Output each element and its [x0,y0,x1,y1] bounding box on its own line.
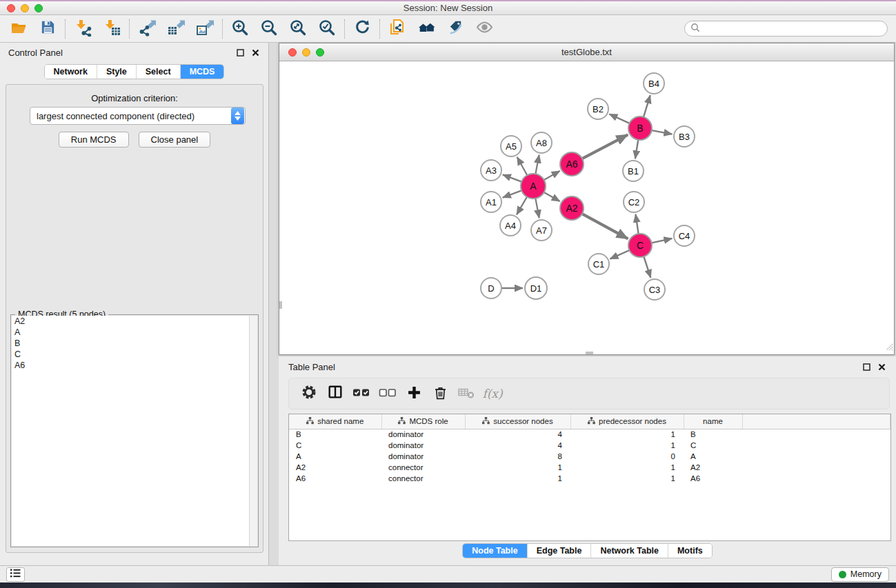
graph-node-A2[interactable]: A2 [559,196,584,221]
close-table-panel-icon[interactable] [877,363,886,372]
mcds-result-item[interactable]: A2 [12,316,249,327]
graph-edge-A-A5 [517,157,528,175]
criterion-dropdown[interactable]: largest connected component (directed) [30,107,246,125]
search-field[interactable] [684,21,888,37]
tab-style[interactable]: Style [97,65,136,79]
tab-node-table[interactable]: Node Table [463,544,526,558]
mcds-result-list: A2ABCA6 [12,316,249,546]
zoom-selected-button[interactable] [312,17,341,41]
column-header-predecessor-nodes[interactable]: predecessor nodes [570,414,684,429]
graph-node-B3[interactable]: B3 [673,125,695,148]
apply-layout-button[interactable] [348,17,377,41]
memory-status-icon [839,571,846,578]
float-table-panel-icon[interactable] [862,363,871,372]
graph-node-B4[interactable]: B4 [643,72,665,94]
graph-node-C3[interactable]: C3 [644,278,666,301]
table-header-row[interactable]: shared nameMCDS rolesuccessor nodesprede… [289,414,890,429]
graph-edge-B-B1 [635,140,638,159]
graph-node-D[interactable]: D [480,277,502,299]
graph-node-A3[interactable]: A3 [480,159,502,181]
home-button[interactable] [412,17,441,41]
run-mcds-button[interactable]: Run MCDS [59,132,129,148]
show-graphics-details-button[interactable] [470,17,499,41]
delete-column-button[interactable] [427,381,453,406]
graph-node-C1[interactable]: C1 [588,253,610,275]
show-column-button[interactable] [322,381,348,406]
graph-node-A5[interactable]: A5 [500,135,522,157]
refresh-icon [354,19,371,39]
export-table-button[interactable] [161,17,190,41]
toolbar-separator [222,19,223,39]
tab-motifs[interactable]: Motifs [668,544,712,558]
resize-grip-icon[interactable] [884,341,893,354]
tab-select[interactable]: Select [136,65,180,79]
gear-icon [301,384,317,403]
mcds-result-item[interactable]: C [12,349,249,360]
select-all-columns-button[interactable] [348,381,375,406]
mcds-result-box: MCDS result (5 nodes) A2ABCA6 [10,314,259,547]
graph-node-B1[interactable]: B1 [622,160,644,182]
import-table-button[interactable] [97,17,126,41]
mcds-result-item[interactable]: A [12,327,249,338]
clone-network-icon [388,19,406,39]
optimization-criterion-label: Optimization criterion: [6,93,263,103]
mcds-result-scrollbar[interactable] [249,316,257,546]
export-network-button[interactable] [132,17,161,41]
table-tab-group: Node Table Edge Table Network Table Moti… [462,543,713,558]
zoom-out-button[interactable] [255,17,283,41]
graph-node-B2[interactable]: B2 [587,98,609,120]
search-input[interactable] [704,24,882,34]
table-row[interactable]: Adominator80A [289,451,890,462]
tab-edge-table[interactable]: Edge Table [527,544,591,558]
graph-node-C2[interactable]: C2 [623,191,645,213]
create-column-button[interactable] [401,381,427,406]
graph-node-A6[interactable]: A6 [559,152,584,176]
save-session-button[interactable] [33,17,62,41]
zoom-in-button[interactable] [226,17,255,41]
network-window-titlebar[interactable]: testGlobe.txt [279,43,894,61]
table-row[interactable]: A2connector11A2 [289,462,890,473]
graph-node-A4[interactable]: A4 [499,214,521,236]
graph-node-B[interactable]: B [628,116,653,141]
home-icon [417,18,436,39]
zoom-fit-button[interactable] [283,17,312,41]
node-table: shared nameMCDS rolesuccessor nodesprede… [288,414,891,541]
column-header-successor-nodes[interactable]: successor nodes [465,414,570,429]
unselect-all-columns-button[interactable] [375,381,401,406]
graph-node-A1[interactable]: A1 [480,191,502,213]
graph-edge-A-A3 [503,174,521,181]
main-toolbar [0,15,896,43]
delete-table-button [453,381,479,406]
graph-node-C[interactable]: C [628,233,653,258]
table-row[interactable]: Bdominator41B [289,429,890,440]
graph-node-C4[interactable]: C4 [673,225,695,247]
close-panel-button[interactable]: Close panel [139,132,211,148]
memory-button[interactable]: Memory [831,567,889,582]
clone-network-button[interactable] [383,17,412,41]
graph-node-A[interactable]: A [520,173,546,199]
export-image-button[interactable] [190,17,219,41]
table-row[interactable]: Cdominator41C [289,440,890,451]
network-window-title: testGlobe.txt [279,47,894,57]
column-header-MCDS-role[interactable]: MCDS role [381,414,465,429]
graph-node-A8[interactable]: A8 [530,132,552,154]
open-session-button[interactable] [4,17,33,41]
graph-node-A7[interactable]: A7 [530,219,552,241]
tab-mcds[interactable]: MCDS [180,65,224,79]
close-panel-icon[interactable] [250,48,260,58]
column-header-shared-name[interactable]: shared name [289,414,381,429]
column-header-name[interactable]: name [684,414,742,429]
mcds-result-item[interactable]: A6 [12,360,249,371]
table-row[interactable]: A6connector11A6 [289,473,890,484]
graph-edge-C-C4 [652,239,673,243]
tab-network[interactable]: Network [45,65,97,79]
import-network-button[interactable] [68,17,97,41]
annotations-button[interactable] [441,17,470,41]
task-history-button[interactable] [6,567,25,582]
mcds-result-item[interactable]: B [12,338,249,349]
graph-node-D1[interactable]: D1 [524,276,548,300]
tab-network-table[interactable]: Network Table [590,544,668,558]
table-settings-button[interactable] [296,381,322,406]
network-canvas[interactable]: AA1A2A3A4A5A6A7A8BB1B2B3B4CC1C2C3C4DD1 [279,61,894,354]
float-panel-icon[interactable] [235,48,245,58]
